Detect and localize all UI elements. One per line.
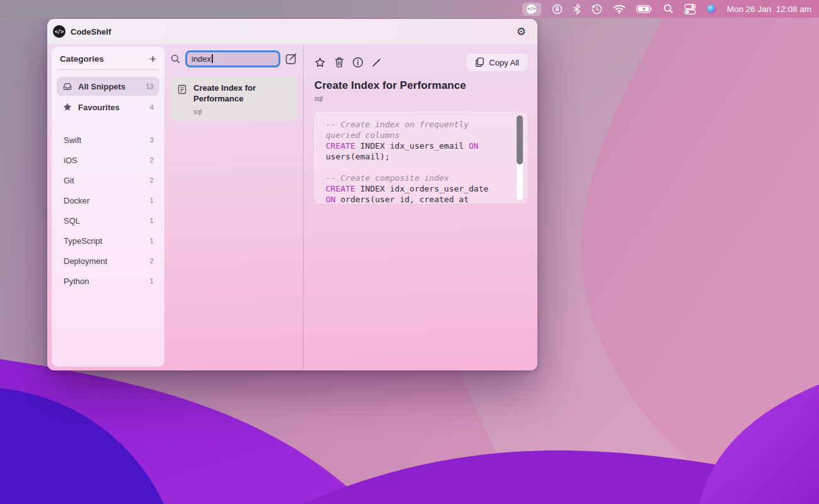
- codeshelf-menubar-icon[interactable]: </>: [522, 3, 541, 16]
- tray-icon: [62, 81, 72, 91]
- sidebar-item-count: 13: [146, 83, 154, 90]
- spotlight-icon[interactable]: [663, 2, 673, 16]
- battery-icon[interactable]: [636, 2, 653, 16]
- category-label: iOS: [64, 156, 150, 165]
- document-icon: [177, 84, 187, 94]
- menu-bar: </> Mon 26 Jan 12:08 am: [0, 0, 819, 18]
- sidebar-item-python[interactable]: Python1: [57, 271, 159, 291]
- control-center-icon[interactable]: [684, 2, 696, 16]
- search-value: index: [192, 54, 211, 64]
- category-count: 3: [150, 136, 154, 144]
- snippet-title: Create Index for Performance: [193, 83, 291, 105]
- info-icon[interactable]: [352, 57, 364, 68]
- snippet-list-column: index Create Index for Performance sql: [164, 44, 303, 370]
- delete-trash-icon[interactable]: [333, 57, 345, 68]
- window-title: CodeShelf: [71, 27, 111, 37]
- category-label: Deployment: [64, 256, 150, 266]
- detail-pane: Copy All Create Index for Performance sq…: [303, 44, 537, 370]
- category-label: TypeScript: [64, 236, 150, 246]
- code-line: [326, 162, 508, 173]
- sidebar-divider: [57, 69, 159, 70]
- category-label: Docker: [64, 196, 150, 205]
- sidebar-item-git[interactable]: Git2: [57, 170, 159, 190]
- sidebar-item-label: All Snippets: [78, 82, 140, 91]
- text-caret: [212, 54, 213, 63]
- settings-gear-icon[interactable]: ⚙: [517, 26, 526, 37]
- sidebar-item-sql[interactable]: SQL1: [57, 210, 159, 231]
- sidebar-item-swift[interactable]: Swift3: [57, 130, 159, 150]
- favourite-star-icon[interactable]: [314, 57, 326, 68]
- sidebar-item-label: Favourites: [78, 103, 144, 112]
- detail-language: sql: [314, 94, 527, 102]
- search-icon: [171, 54, 180, 64]
- code-line: -- Create composite index: [326, 173, 508, 183]
- category-count: 2: [150, 176, 154, 184]
- category-label: Git: [64, 176, 150, 185]
- new-snippet-icon[interactable]: [285, 53, 297, 65]
- sidebar-item-typescript[interactable]: TypeScript1: [57, 231, 159, 251]
- sidebar-item-favourites[interactable]: Favourites 4: [57, 98, 159, 117]
- codeshelf-window: </> CodeShelf ⚙ Categories + All Snippet…: [47, 19, 537, 370]
- time-machine-icon[interactable]: [592, 2, 602, 16]
- menu-bar-clock[interactable]: Mon 26 Jan 12:08 am: [727, 4, 811, 14]
- category-label: Swift: [64, 135, 150, 145]
- snippet-list-item[interactable]: Create Index for Performance sql: [171, 77, 297, 121]
- categories-sidebar: Categories + All Snippets 13 Favourites …: [52, 47, 164, 367]
- code-line: -- Create index on frequently: [326, 119, 508, 130]
- category-count: 2: [150, 257, 154, 265]
- category-count: 1: [150, 237, 154, 244]
- category-label: Python: [64, 277, 150, 286]
- category-list: Swift3iOS2Git2Docker1SQL1TypeScript1Depl…: [57, 130, 159, 291]
- sidebar-item-ios[interactable]: iOS2: [57, 150, 159, 170]
- category-count: 1: [150, 217, 154, 224]
- wifi-icon[interactable]: [613, 2, 626, 16]
- copy-icon: [475, 57, 484, 67]
- code-line: ON orders(user_id, created_at: [326, 194, 508, 203]
- categories-header: Categories: [60, 54, 104, 64]
- copy-all-button[interactable]: Copy All: [467, 54, 527, 71]
- edit-pencil-icon[interactable]: [371, 57, 382, 68]
- category-count: 1: [150, 277, 154, 285]
- category-label: SQL: [64, 216, 150, 226]
- bluetooth-icon[interactable]: [573, 2, 581, 16]
- add-category-button[interactable]: +: [149, 55, 156, 64]
- code-line: CREATE INDEX idx_orders_user_date: [326, 183, 508, 194]
- code-line: users(email);: [326, 151, 508, 162]
- scrollbar-thumb[interactable]: [517, 115, 523, 164]
- copy-all-label: Copy All: [489, 58, 519, 67]
- search-input[interactable]: index: [185, 50, 280, 67]
- code-block[interactable]: -- Create index on frequentlyqueried col…: [314, 112, 527, 203]
- onepassword-icon[interactable]: [552, 2, 563, 16]
- title-bar[interactable]: </> CodeShelf ⚙: [47, 19, 537, 44]
- snippet-language: sql: [193, 108, 291, 115]
- star-icon: [62, 102, 72, 112]
- detail-title: Create Index for Performance: [314, 79, 527, 92]
- sidebar-item-deployment[interactable]: Deployment2: [57, 251, 159, 271]
- code-line: queried columns: [326, 130, 508, 140]
- sidebar-item-all-snippets[interactable]: All Snippets 13: [57, 77, 159, 96]
- code-lines: -- Create index on frequentlyqueried col…: [326, 119, 508, 203]
- sidebar-item-docker[interactable]: Docker1: [57, 190, 159, 210]
- codeshelf-menubar-glyph: </>: [527, 4, 536, 14]
- app-icon: </>: [53, 25, 66, 38]
- category-count: 1: [150, 197, 154, 204]
- sidebar-item-count: 4: [150, 103, 154, 111]
- siri-icon[interactable]: [707, 2, 716, 16]
- category-count: 2: [150, 156, 154, 164]
- code-line: CREATE INDEX idx_users_email ON: [326, 140, 508, 151]
- scrollbar-track[interactable]: [517, 115, 523, 200]
